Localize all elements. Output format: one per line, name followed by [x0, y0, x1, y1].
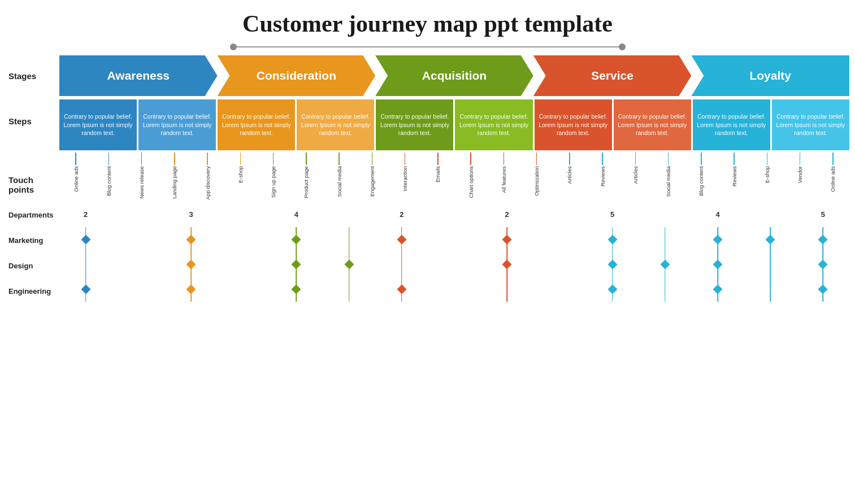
touch-line-5 [240, 153, 241, 165]
touch-text-16: Reviews [600, 166, 606, 186]
chart-area-8 [481, 227, 533, 302]
engineering-label: Engineering [8, 279, 59, 304]
touch-line-10 [405, 153, 406, 165]
chart-col-8: 2 [481, 202, 533, 302]
touch-item-17: Articles [619, 153, 652, 200]
touch-item-16: Reviews [586, 153, 619, 200]
chart-col-11 [639, 202, 691, 302]
departments-label: Departments [8, 202, 59, 228]
chart-area-4 [270, 227, 323, 302]
step-box-6: Contrary to popular belief. Lorem Ipsum … [535, 99, 612, 150]
diamond-13-1 [766, 234, 775, 244]
stage-consideration: Consideration [218, 55, 376, 96]
step-box-3: Contrary to popular belief. Lorem Ipsum … [297, 99, 374, 150]
touch-text-11: Emails [435, 166, 441, 183]
touchpoints-row: Touch points Online adsBlog contentNews … [0, 153, 855, 200]
touch-item-10: Interaction [389, 153, 422, 200]
diamond-2-1 [186, 234, 196, 244]
touch-text-2: News release [138, 166, 145, 199]
touch-line-22 [800, 153, 801, 165]
chart-col-14: 5 [797, 202, 849, 302]
stages-label: Stages [6, 71, 59, 81]
chart-col-2: 3 [164, 202, 217, 302]
touch-text-14: Optimization [533, 166, 540, 196]
touch-line-8 [338, 153, 340, 165]
chart-area-0 [59, 227, 112, 302]
chart-area-3 [218, 227, 270, 302]
diamond-11-2 [660, 259, 670, 269]
touch-item-21: E-shop [750, 153, 783, 200]
step-box-5: Contrary to popular belief. Lorem Ipsum … [455, 99, 532, 150]
dept-number-0: 2 [84, 202, 88, 227]
diamond-8-1 [502, 234, 512, 244]
touch-item-3: Landing page [158, 153, 191, 200]
touch-item-14: Optimization [520, 153, 553, 200]
touch-text-19: Blog content [698, 166, 704, 196]
diamond-14-3 [818, 284, 828, 294]
chart-area-10 [586, 227, 639, 302]
chart-area-9 [533, 227, 586, 302]
touch-item-12: Chart options [454, 153, 487, 200]
dept-number-12: 4 [715, 202, 719, 227]
touch-text-22: Vendor [797, 166, 803, 183]
touch-item-20: Reviews [718, 153, 750, 200]
touch-line-21 [767, 153, 768, 165]
touchpoints-label: Touch points [6, 153, 59, 194]
touch-text-17: Articles [632, 166, 639, 184]
stage-service: Service [533, 55, 692, 96]
chart-area-13 [744, 227, 797, 302]
touch-item-23: Online ads [817, 153, 849, 200]
step-box-7: Contrary to popular belief. Lorem Ipsum … [614, 99, 691, 150]
touch-line-19 [701, 153, 702, 165]
row-labels: Departments Marketing Design Engineering [6, 202, 59, 304]
step-box-4: Contrary to popular belief. Lorem Ipsum … [376, 99, 453, 150]
diamond-4-1 [292, 234, 301, 244]
chart-col-4: 4 [270, 202, 323, 302]
touch-line-13 [504, 153, 505, 165]
touch-text-20: Reviews [731, 166, 737, 186]
design-label: Design [8, 253, 59, 279]
touch-text-21: E-shop [764, 166, 770, 183]
touch-text-6: Sign up page [270, 166, 276, 198]
touch-text-18: Social media [665, 166, 671, 197]
touch-text-15: Articles [566, 166, 572, 184]
marketing-label: Marketing [8, 228, 59, 253]
touch-text-9: Engagement [369, 166, 375, 197]
touch-line-0 [75, 153, 76, 165]
diamond-6-3 [397, 284, 406, 294]
dept-number-10: 5 [610, 202, 614, 227]
chart-area-7 [428, 227, 480, 302]
dept-number-2: 3 [189, 202, 193, 227]
touch-item-11: Emails [422, 153, 454, 200]
touch-line-4 [207, 153, 208, 165]
chart-col-5 [323, 202, 375, 302]
chart-area-2 [164, 227, 217, 302]
diamond-14-2 [818, 259, 828, 269]
touch-text-12: Chart options [468, 166, 474, 198]
touch-line-3 [174, 153, 175, 165]
chart-col-1 [112, 202, 164, 302]
step-box-2: Contrary to popular belief. Lorem Ipsum … [218, 99, 295, 150]
touch-text-0: Online ads [73, 166, 79, 192]
stages-row: Stages AwarenessConsiderationAcquisition… [0, 55, 855, 96]
touch-text-10: Interaction [402, 166, 408, 191]
touch-line-17 [635, 153, 636, 165]
touch-line-2 [141, 153, 142, 165]
chart-area-14 [797, 227, 849, 302]
steps-label: Steps [6, 99, 59, 126]
touch-text-4: App discovery [205, 166, 211, 200]
chart-section: Departments Marketing Design Engineering… [0, 202, 855, 304]
touch-text-23: Online ads [830, 166, 836, 192]
chart-col-7 [428, 202, 480, 302]
stages-arrows: AwarenessConsiderationAcquisitionService… [59, 55, 849, 96]
chart-grid: 23422545 [59, 202, 849, 304]
touch-line-16 [602, 153, 603, 165]
diamond-0-3 [81, 284, 90, 294]
touch-line-20 [734, 153, 735, 165]
chart-col-0: 2 [59, 202, 112, 302]
timeline-dot-left [230, 44, 237, 50]
touch-item-7: Product page [290, 153, 323, 200]
diamond-6-1 [397, 234, 406, 244]
touch-item-1: Blog content [92, 153, 125, 200]
chart-col-13 [744, 202, 797, 302]
